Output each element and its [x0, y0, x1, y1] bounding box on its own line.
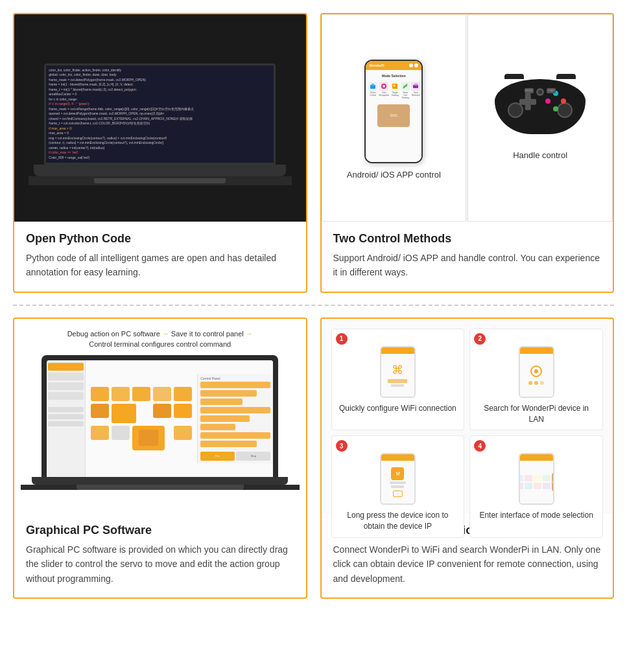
step-3-phone: ⚒ +	[380, 453, 416, 505]
phone-mockup: WonderPi Mode Selection	[364, 60, 423, 163]
page-wrapper: color_list, color_finder, action_finder,…	[0, 0, 627, 623]
step-3: 3 ⚒	[331, 435, 465, 538]
step-4-phone: IMG	[519, 453, 554, 505]
pc-main-content: Control Panel	[86, 360, 273, 477]
open-python-text: Open Python Code Python code of all inte…	[14, 222, 306, 292]
laptop-base	[34, 165, 286, 176]
two-control-card: WonderPi Mode Selection	[320, 13, 615, 293]
app-steps-grid: 1 ⌘	[331, 329, 604, 504]
graphical-pc-image: Debug action on PC software → Save it to…	[14, 319, 306, 513]
graphical-pc-text: Graphical PC Software Graphical PC softw…	[14, 513, 306, 597]
mode-select-mini	[519, 474, 552, 491]
pc-sidebar	[47, 360, 86, 477]
handle-control-label: Handle control	[513, 150, 567, 160]
laptop-foot	[29, 176, 292, 185]
laptop2-screen: Control Panel	[47, 360, 273, 477]
laptop2-outer: Control Panel	[41, 355, 278, 477]
graphical-pc-desc: Graphical PC software is provided on whi…	[26, 542, 294, 586]
app-oneclick-card: 1 ⌘	[320, 318, 615, 599]
search-animation	[528, 365, 544, 385]
step-4-label: Enter interface of mode selection	[475, 510, 597, 521]
laptop2-stand	[21, 485, 300, 490]
two-control-desc: Support Android/ iOS APP and handle cont…	[333, 251, 602, 280]
two-control-text: Two Control Methods Support Android/ iOS…	[322, 222, 613, 292]
bottom-row: Debug action on PC software → Save it to…	[13, 318, 614, 599]
mode-grid: Robot Control Color Recognition Target T…	[368, 82, 419, 99]
open-python-desc: Python code of all intelligent games are…	[26, 251, 294, 280]
screen-inner: Control Panel	[47, 360, 273, 477]
step-4: 4	[469, 435, 603, 538]
step-number-1: 1	[336, 333, 348, 345]
step-2-phone	[519, 346, 554, 398]
app-steps-image: 1 ⌘	[322, 319, 613, 513]
pc-header-text: Debug action on PC software → Save it to…	[67, 329, 253, 350]
top-row: color_list, color_finder, action_finder,…	[13, 13, 614, 293]
open-python-title: Open Python Code	[26, 232, 294, 246]
laptop2-base	[32, 477, 288, 485]
open-python-card: color_list, color_finder, action_finder,…	[13, 13, 307, 293]
handle-control-half: SELECT START Handle control	[467, 14, 613, 222]
open-python-image: color_list, color_finder, action_finder,…	[14, 14, 306, 222]
step-2-label: Search for WonderPi device in LAN	[475, 403, 597, 425]
phone-status-bar: WonderPi	[366, 61, 421, 70]
step-3-label: Long press the device icon to obtain the…	[337, 510, 459, 532]
control-image: WonderPi Mode Selection	[322, 14, 613, 222]
pc-right-panel: Control Panel	[197, 374, 273, 463]
graphical-pc-card: Debug action on PC software → Save it to…	[13, 318, 307, 599]
svg-point-3	[383, 85, 385, 87]
app-control-label: Android/ iOS APP control	[347, 170, 441, 180]
svg-point-5	[394, 85, 396, 87]
step-2: 2	[469, 329, 603, 431]
app-control-half: WonderPi Mode Selection	[322, 14, 467, 222]
svg-rect-9	[414, 84, 418, 86]
step-number-2: 2	[474, 333, 486, 345]
phone-content: Mode Selection Robot Control Color Recog…	[366, 70, 421, 162]
step-1: 1 ⌘	[331, 329, 465, 431]
laptop-mockup: color_list, color_finder, action_finder,…	[14, 14, 306, 222]
two-control-title: Two Control Methods	[333, 232, 602, 246]
svg-rect-1	[372, 84, 374, 86]
step-1-phone: ⌘	[380, 346, 416, 398]
laptop-screen: color_list, color_finder, action_finder,…	[44, 64, 276, 165]
gamepad-mockup: SELECT START	[495, 79, 586, 144]
code-content: color_list, color_finder, action_finder,…	[46, 65, 274, 163]
step-number-3: 3	[336, 440, 348, 452]
graphical-pc-title: Graphical PC Software	[26, 524, 294, 537]
app-oneclick-desc: Connect WonderPi to WiFi and search Wond…	[333, 542, 602, 586]
step-1-label: Quickly configure WiFi connection	[337, 403, 459, 414]
laptop-mockup2: Debug action on PC software → Save it to…	[14, 319, 306, 513]
section-divider	[13, 305, 614, 306]
